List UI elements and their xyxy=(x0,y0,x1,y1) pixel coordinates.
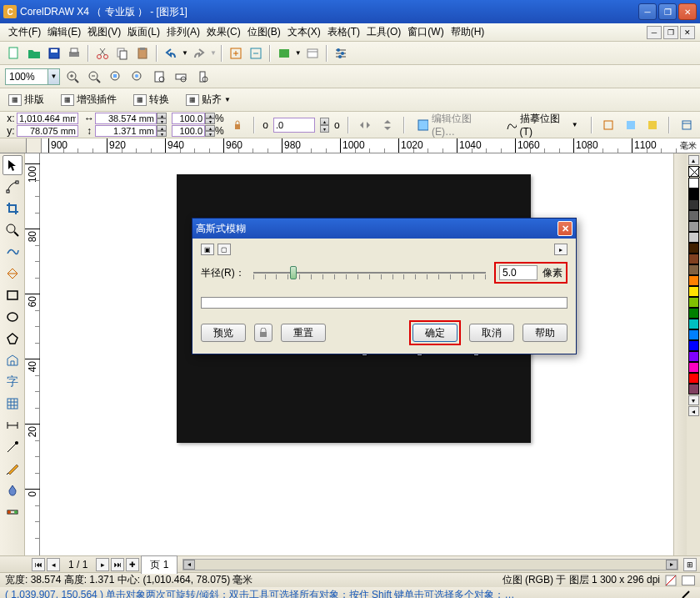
save-button[interactable] xyxy=(45,44,63,63)
fill-tool[interactable] xyxy=(2,480,22,500)
tab-plugin[interactable]: ▦增强插件 xyxy=(58,91,120,108)
navigator-button[interactable]: ⊞ xyxy=(683,558,697,571)
interactive-tool[interactable] xyxy=(2,502,22,522)
page-tab-1[interactable]: 页 1 xyxy=(141,555,178,574)
tab-transform[interactable]: ▦转换 xyxy=(130,91,172,108)
color-swatch[interactable] xyxy=(688,221,699,232)
shape-tool[interactable] xyxy=(2,177,22,197)
crop-tool[interactable] xyxy=(2,198,22,219)
maximize-button[interactable]: ❐ xyxy=(658,3,677,20)
menu-file[interactable]: 文件(F) xyxy=(5,23,44,41)
pick-tool[interactable] xyxy=(2,155,22,175)
eyedropper-tool[interactable] xyxy=(2,437,22,457)
zoom-combo[interactable]: ▼ xyxy=(5,68,60,85)
preview-toggle-button[interactable]: ▸ xyxy=(554,244,568,255)
mirror-h-button[interactable] xyxy=(357,116,374,134)
scale-x-input[interactable] xyxy=(172,113,205,124)
x-input[interactable] xyxy=(17,113,78,124)
page-prev[interactable]: ◂ xyxy=(47,558,60,571)
zoom-input[interactable] xyxy=(6,69,48,84)
menu-text[interactable]: 文本(X) xyxy=(284,23,324,41)
color-swatch[interactable] xyxy=(688,308,699,319)
doc-close-button[interactable]: ✕ xyxy=(680,26,695,39)
color-swatch[interactable] xyxy=(688,362,699,373)
radius-input[interactable] xyxy=(499,265,538,280)
doc-minimize-button[interactable]: ─ xyxy=(647,26,662,39)
vertical-scrollbar[interactable] xyxy=(673,153,687,555)
dialog-close-button[interactable]: ✕ xyxy=(558,221,572,236)
preview-small-button[interactable]: ▣ xyxy=(201,244,214,255)
trace-bitmap-button[interactable]: 描摹位图(T)▼ xyxy=(501,110,583,139)
undo-button[interactable] xyxy=(162,44,180,63)
rotation-input[interactable] xyxy=(273,118,315,133)
color-swatch[interactable] xyxy=(688,384,699,394)
height-up[interactable]: ▴ xyxy=(157,125,167,131)
zoom-width-button[interactable] xyxy=(172,68,190,86)
palette-down[interactable]: ▾ xyxy=(688,395,699,405)
color-swatch[interactable] xyxy=(688,188,699,199)
menu-edit[interactable]: 编辑(E) xyxy=(44,23,84,41)
page-last[interactable]: ⏭ xyxy=(111,558,124,571)
color-swatch[interactable] xyxy=(688,210,699,221)
menu-effects[interactable]: 效果(C) xyxy=(203,23,244,41)
wrap-button[interactable] xyxy=(678,116,695,134)
width-input[interactable] xyxy=(95,113,157,124)
menu-layout[interactable]: 版面(L) xyxy=(124,23,163,41)
crop-button[interactable] xyxy=(600,116,618,134)
zoom-selection-button[interactable] xyxy=(107,68,125,86)
preview-button[interactable]: 预览 xyxy=(201,324,246,342)
lock-ratio-button[interactable] xyxy=(229,116,247,134)
height-input[interactable] xyxy=(95,125,157,137)
color-swatch[interactable] xyxy=(688,254,699,264)
smart-tool[interactable] xyxy=(2,264,22,284)
canvas[interactable]: ✕ xyxy=(40,153,673,555)
zoom-dropdown-icon[interactable]: ▼ xyxy=(48,69,59,84)
color-swatch[interactable] xyxy=(688,329,699,340)
menu-tools[interactable]: 工具(O) xyxy=(363,23,404,41)
color-swatch[interactable] xyxy=(688,178,699,188)
fill-swatch[interactable] xyxy=(682,575,695,585)
menu-bitmap[interactable]: 位图(B) xyxy=(244,23,284,41)
color-swatch[interactable] xyxy=(688,319,699,329)
copy-button[interactable] xyxy=(113,44,132,63)
app-launch-dropdown[interactable]: ▼ xyxy=(295,49,302,57)
reset-button[interactable]: 重置 xyxy=(281,324,326,342)
redo-button[interactable] xyxy=(190,44,208,63)
print-button[interactable] xyxy=(65,44,83,63)
width-down[interactable]: ▾ xyxy=(157,118,167,124)
menu-window[interactable]: 窗口(W) xyxy=(404,23,447,41)
tab-snap[interactable]: ▦贴齐▼ xyxy=(182,91,234,108)
slider-thumb[interactable] xyxy=(290,266,297,279)
preview-large-button[interactable]: ▢ xyxy=(218,244,231,255)
rectangle-tool[interactable] xyxy=(2,285,22,305)
zoom-tool[interactable] xyxy=(2,220,22,240)
paste-button[interactable] xyxy=(133,44,152,63)
lock-preview-button[interactable] xyxy=(254,324,272,342)
export-button[interactable] xyxy=(247,44,265,63)
doc-restore-button[interactable]: ❐ xyxy=(663,26,678,39)
menu-view[interactable]: 视图(V) xyxy=(84,23,124,41)
welcome-button[interactable] xyxy=(303,44,322,63)
mirror-v-button[interactable] xyxy=(378,116,396,134)
color-swatch[interactable] xyxy=(688,373,699,384)
cancel-button[interactable]: 取消 xyxy=(469,324,514,342)
text-tool[interactable]: 字 xyxy=(2,372,22,392)
scale-y-input[interactable] xyxy=(172,125,205,137)
color-swatch[interactable] xyxy=(688,351,699,362)
table-tool[interactable] xyxy=(2,394,22,414)
ok-button[interactable]: 确定 xyxy=(412,324,458,342)
app-launch-button[interactable] xyxy=(275,44,293,63)
resample-button[interactable] xyxy=(622,116,639,134)
menu-help[interactable]: 帮助(H) xyxy=(448,23,488,41)
ellipse-tool[interactable] xyxy=(2,307,22,327)
width-up[interactable]: ▴ xyxy=(157,113,167,118)
color-swatch[interactable] xyxy=(688,199,699,210)
freehand-tool[interactable] xyxy=(2,242,22,262)
redo-dropdown[interactable]: ▼ xyxy=(210,49,217,57)
options-button[interactable] xyxy=(332,44,350,63)
help-button[interactable]: 帮助 xyxy=(522,324,568,342)
zoom-in-button[interactable] xyxy=(63,68,82,86)
zoom-page-button[interactable] xyxy=(150,68,168,86)
dialog-titlebar[interactable]: 高斯式模糊 ✕ xyxy=(192,219,576,239)
zoom-height-button[interactable] xyxy=(193,68,212,86)
